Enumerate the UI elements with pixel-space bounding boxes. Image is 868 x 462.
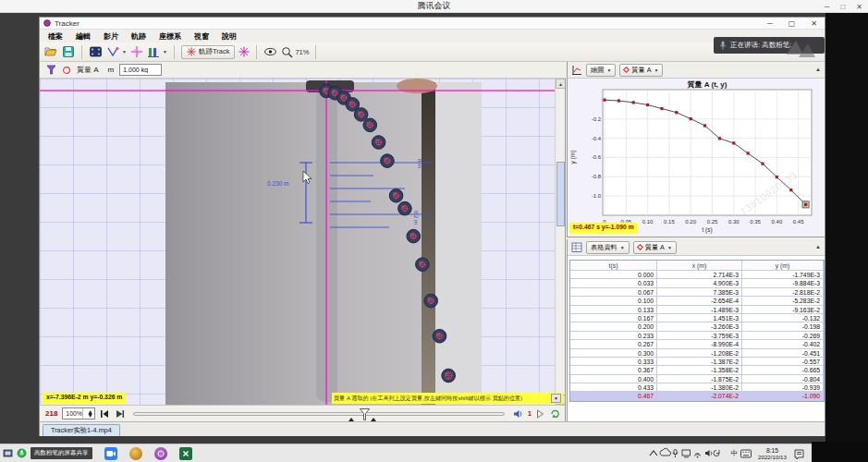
table-cell[interactable]: -1.090	[742, 392, 824, 400]
table-cell[interactable]: -9.163E-2	[742, 306, 824, 314]
table-cell[interactable]: 0.467	[570, 392, 657, 400]
table-cell[interactable]: 0.300	[570, 349, 657, 358]
table-cell[interactable]: -0.939	[742, 383, 824, 392]
table-cell[interactable]: -9.884E-3	[742, 279, 824, 287]
save-icon[interactable]	[62, 45, 75, 58]
video-view[interactable]: 0.230 m0 m0.2 m	[40, 79, 566, 405]
table-cell[interactable]: 0.233	[570, 332, 657, 340]
table-cell[interactable]: -1.358E-2	[657, 366, 742, 374]
axes-icon[interactable]	[130, 45, 143, 58]
taskbar-browser-icon[interactable]	[129, 447, 142, 460]
menu-item-4[interactable]: 座標系	[153, 31, 188, 42]
table-cell[interactable]: -0.804	[742, 375, 824, 383]
clock[interactable]: 8:15 2022/10/13	[758, 447, 787, 460]
table-column-header[interactable]: x (m)	[657, 261, 742, 271]
table-cell[interactable]: -1.875E-2	[657, 375, 742, 383]
table-column-header[interactable]: y (m)	[742, 261, 824, 271]
create-track-button[interactable]: 軌跡Track	[181, 45, 235, 59]
chevron-down-icon[interactable]: ▼	[163, 49, 167, 55]
menu-item-0[interactable]: 檔案	[42, 31, 69, 42]
menu-item-3[interactable]: 軌跡	[125, 31, 153, 42]
table-cell[interactable]: 4.900E-3	[657, 279, 742, 287]
video-scrubber[interactable]	[133, 407, 505, 420]
plot-track-button[interactable]: 質量 A ▼	[619, 64, 663, 77]
play-button[interactable]	[115, 409, 125, 419]
step-forward-button[interactable]	[536, 409, 545, 419]
spinner-arrows[interactable]: ▲▼	[82, 408, 95, 419]
meeting-minimize-button[interactable]: ─	[825, 3, 830, 11]
panel-collapse-button[interactable]: ▲	[556, 79, 566, 89]
tray-icons[interactable]	[647, 447, 728, 460]
taskbar-mic-icon[interactable]	[17, 448, 27, 458]
ruler-stick-icon[interactable]: ▼	[147, 45, 167, 58]
plots-button[interactable]: 繪圖 ▼	[586, 64, 616, 77]
table-track-button[interactable]: 質量 A ▼	[633, 241, 677, 254]
table-cell[interactable]: 0.133	[570, 306, 657, 314]
calibration-length-label[interactable]: 0.230 m	[267, 180, 289, 187]
table-cell[interactable]: 0.267	[570, 340, 657, 348]
table-cell[interactable]: 0.333	[570, 358, 657, 366]
table-cell[interactable]: 0.167	[570, 314, 657, 322]
table-cell[interactable]: -3.759E-3	[657, 332, 742, 340]
taskbar-meeting-app-icon[interactable]	[104, 447, 117, 460]
filter-funnel-icon[interactable]	[46, 65, 56, 75]
scrubber-thumb[interactable]	[360, 408, 370, 420]
taskbar-window-icon[interactable]	[3, 448, 13, 458]
mass-value-input[interactable]	[119, 64, 162, 76]
table-cell[interactable]: -1.749E-3	[742, 271, 824, 279]
playback-rate-value[interactable]: 1	[528, 410, 532, 417]
window-close-button[interactable]: ✕	[811, 19, 817, 28]
table-cell[interactable]: -8.990E-4	[657, 340, 742, 348]
zoom-level-value[interactable]: 71%	[295, 48, 309, 56]
table-cell[interactable]: -5.283E-2	[742, 297, 824, 305]
scrollbar-thumb[interactable]	[556, 162, 565, 226]
menu-item-1[interactable]: 編輯	[69, 31, 97, 42]
table-data-button[interactable]: 表格資料 ▼	[586, 241, 630, 254]
table-cell[interactable]: -3.260E-3	[657, 322, 742, 331]
table-cell[interactable]: -0.557	[742, 358, 824, 366]
table-cell[interactable]: -1.380E-2	[657, 383, 742, 392]
plot-collapse-button[interactable]: ▲	[815, 67, 821, 72]
table-cell[interactable]: 0.000	[570, 271, 657, 279]
clip-settings-icon[interactable]	[89, 45, 103, 58]
data-table[interactable]: t(s)x (m)y (m)0.0002.714E-3-1.749E-30.03…	[569, 260, 825, 402]
step-marker[interactable]	[445, 371, 452, 379]
step-back-button[interactable]	[100, 409, 110, 419]
table-column-header[interactable]: t(s)	[570, 261, 657, 271]
chevron-down-icon[interactable]: ▼	[122, 49, 127, 55]
in-point-marker[interactable]	[348, 418, 354, 421]
point-marker-icon[interactable]	[62, 66, 71, 75]
scrubber-track[interactable]	[133, 412, 505, 416]
table-cell[interactable]: 2.714E-3	[657, 271, 742, 279]
hint-dropdown-button[interactable]: ▼	[551, 394, 561, 403]
audio-speaker-icon[interactable]	[513, 409, 523, 419]
meeting-maximize-button[interactable]: □	[840, 3, 845, 11]
table-cell[interactable]: 0.033	[570, 279, 657, 287]
table-cell[interactable]: 0.200	[570, 322, 657, 331]
table-cell[interactable]: 0.100	[570, 297, 657, 305]
table-cell[interactable]: -0.269	[742, 332, 824, 340]
table-cell[interactable]: 0.367	[570, 366, 657, 374]
table-cell[interactable]: 7.385E-3	[657, 288, 742, 297]
autotracker-star-icon[interactable]	[238, 46, 250, 57]
table-cell[interactable]: 0.433	[570, 383, 657, 392]
menu-item-5[interactable]: 視窗	[188, 31, 215, 42]
table-cell[interactable]: -1.387E-2	[657, 358, 742, 366]
track-name-label[interactable]: 質量 A	[77, 65, 99, 75]
menu-item-6[interactable]: 說明	[215, 31, 243, 42]
table-cell[interactable]: -2.654E-4	[657, 297, 742, 305]
taskbar-excel-icon[interactable]	[179, 447, 192, 460]
loop-button[interactable]	[550, 408, 560, 419]
table-cell[interactable]: -0.665	[742, 366, 824, 374]
keyboard-icon[interactable]	[740, 449, 752, 458]
table-cell[interactable]: -0.132	[742, 314, 824, 322]
play-rate-spinner[interactable]: 100% ▲▼	[62, 407, 95, 419]
table-cell[interactable]: 1.451E-3	[657, 314, 742, 322]
notification-center-icon[interactable]	[793, 448, 805, 459]
table-cell[interactable]: -2.818E-2	[742, 288, 824, 297]
table-cell[interactable]: -0.451	[742, 349, 824, 358]
table-cell[interactable]: 0.067	[570, 288, 657, 297]
out-point-marker[interactable]	[371, 418, 376, 421]
table-cell[interactable]: 0.400	[570, 375, 657, 383]
calibration-tools-icon[interactable]: ▼	[106, 45, 127, 58]
